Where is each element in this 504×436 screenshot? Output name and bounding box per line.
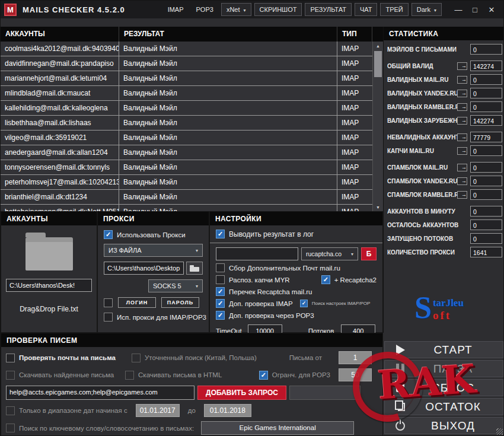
limit-pop3-input[interactable]: 50 bbox=[339, 368, 372, 381]
recaptcha2-checkbox[interactable] bbox=[321, 275, 330, 284]
table-row[interactable]: kallehilding@mail.dk:kalleoglenaВалидный… bbox=[1, 101, 372, 116]
close-button[interactable]: ✕ bbox=[483, 4, 500, 16]
table-row[interactable]: mariannehjort@mail.dk:letumi04Валидный М… bbox=[1, 71, 372, 86]
table-row[interactable]: lisbethhaa@mail.dk:lishaasВалидный МэйлI… bbox=[1, 116, 372, 131]
stat-label: ВАЛИДНЫХ YANDEX.RU bbox=[387, 90, 457, 97]
proxy-for-imap-pop3-checkbox[interactable] bbox=[104, 313, 113, 322]
export-icon[interactable] bbox=[457, 103, 467, 111]
table-row[interactable]: vilgeo@mail.dk:35919021Валидный МэйлIMAP bbox=[1, 131, 372, 145]
table-scrollbar[interactable]: ▲ ▼ bbox=[372, 42, 383, 211]
letters-from-input[interactable]: 1 bbox=[339, 351, 372, 364]
stat-row: СПАМБЛОК YANDEX.RU0 bbox=[387, 175, 502, 187]
log-output-checkbox[interactable] bbox=[216, 230, 225, 238]
imap-check-checkbox[interactable] bbox=[216, 299, 225, 308]
cell-result: Валидный Мэйл bbox=[119, 131, 337, 145]
date-range-checkbox[interactable] bbox=[6, 406, 15, 415]
table-row[interactable]: davidfinnegan@mail.dk:pandapisoВалидный … bbox=[1, 56, 372, 71]
imap-settings-search-checkbox[interactable] bbox=[300, 300, 308, 307]
stat-row: СПАМБЛОК RAMBLER.RU0 bbox=[387, 189, 502, 201]
export-icon[interactable] bbox=[457, 90, 467, 97]
export-icon[interactable] bbox=[457, 191, 467, 199]
recognize-captcha-checkbox[interactable] bbox=[216, 275, 225, 284]
stat-value: 142274 bbox=[470, 61, 502, 71]
pop3-check-checkbox[interactable] bbox=[216, 311, 225, 320]
rest-button[interactable]: ОСТАТОК bbox=[384, 398, 503, 415]
add-query-button[interactable]: ДОБАВИТЬ ЗАПРОС bbox=[197, 386, 286, 400]
table-row[interactable]: coolmasi4ka2012@mail.dk:94039403Валидный… bbox=[1, 42, 372, 56]
imap-check-label: Доп. проверка IMAP bbox=[229, 300, 293, 307]
table-row[interactable]: peterholmsvej17@mail.dk:10204213Валидный… bbox=[1, 175, 372, 190]
menu-result[interactable]: РЕЗУЛЬТАТ bbox=[305, 3, 351, 16]
pause-icon bbox=[393, 364, 408, 374]
scroll-down-icon[interactable]: ▼ bbox=[373, 203, 383, 211]
menu-xnet-dropdown[interactable]: xNet▾ bbox=[221, 3, 251, 16]
captcha-key-input[interactable] bbox=[216, 247, 298, 260]
export-icon[interactable] bbox=[457, 62, 467, 70]
menu-screenshot[interactable]: СКРИНШОТ bbox=[254, 3, 302, 16]
table-row[interactable]: brianthiel@mail.dk:dt1234Валидный МэйлIM… bbox=[1, 190, 372, 205]
proxy-login-field[interactable]: ЛОГИН bbox=[118, 297, 156, 308]
export-icon[interactable] bbox=[457, 117, 467, 125]
cell-account: kallehilding@mail.dk:kalleoglena bbox=[1, 101, 119, 115]
statistics-title: СТАТИСТИКА bbox=[384, 27, 504, 40]
limit-pop3-checkbox[interactable] bbox=[259, 371, 268, 380]
menu-pop3[interactable]: POP3 bbox=[192, 4, 218, 15]
query-extra-input[interactable] bbox=[289, 386, 361, 400]
browse-folder-button[interactable] bbox=[186, 262, 203, 275]
start-button[interactable]: СТАРТ bbox=[384, 341, 503, 358]
proxy-source-select[interactable]: ИЗ ФАЙЛА▾ bbox=[104, 244, 203, 257]
pause-button[interactable]: ПАУЗА bbox=[384, 360, 503, 377]
check-mail-checkbox[interactable] bbox=[6, 354, 15, 362]
download-html-checkbox[interactable] bbox=[125, 371, 134, 380]
proxy-type-select[interactable]: SOCKS 5▾ bbox=[148, 279, 203, 292]
export-icon[interactable] bbox=[457, 177, 467, 185]
column-header-accounts[interactable]: АККАУНТЫ bbox=[1, 27, 119, 42]
query-input[interactable]: help@accts.epicgames.com;help@epicgames.… bbox=[6, 386, 194, 400]
export-icon[interactable] bbox=[457, 133, 467, 141]
menu-chat[interactable]: ЧАТ bbox=[355, 3, 378, 16]
recheck-recaptcha-checkbox[interactable] bbox=[216, 287, 225, 296]
keyword-search-checkbox[interactable] bbox=[6, 424, 15, 432]
refined-search-checkbox[interactable] bbox=[132, 354, 141, 362]
exit-button[interactable]: ВЫХОД bbox=[384, 417, 503, 434]
stat-value: 0 bbox=[470, 206, 502, 217]
date-from-input[interactable]: 01.01.2017 bbox=[136, 404, 180, 417]
scroll-up-icon[interactable]: ▲ bbox=[373, 42, 383, 50]
menu-tray[interactable]: ТРЕЙ bbox=[380, 3, 408, 16]
cell-account: brianthiel@mail.dk:dt1234 bbox=[1, 190, 119, 204]
export-icon[interactable] bbox=[457, 76, 467, 84]
column-header-result[interactable]: РЕЗУЛЬТАТ bbox=[119, 27, 337, 42]
collect-extra-mail-checkbox[interactable] bbox=[216, 263, 225, 272]
menu-imap[interactable]: IMAP bbox=[163, 4, 189, 15]
date-to-input[interactable]: 01.01.2018 bbox=[204, 404, 251, 417]
recaptcha2-label: + Recaptcha2 bbox=[334, 276, 377, 284]
cell-type: IMAP bbox=[337, 205, 372, 211]
table-row[interactable]: tonnysoerensen@mail.dk:tonnylsВалидный М… bbox=[1, 160, 372, 175]
scrollbar-thumb[interactable] bbox=[374, 51, 382, 77]
stat-row: ВАЛИДНЫХ RAMBLER.RU0 bbox=[387, 101, 502, 113]
maximize-button[interactable]: □ bbox=[467, 4, 483, 16]
column-header-type[interactable]: ТИП bbox=[337, 27, 372, 42]
folder-icon[interactable] bbox=[25, 237, 73, 270]
proxy-file-path-input[interactable]: C:\Users\thanos\Desktop bbox=[104, 262, 184, 275]
captcha-service-select[interactable]: rucaptcha.co▾ bbox=[301, 247, 358, 260]
table-row[interactable]: mlindblad@mail.dk:maucatВалидный МэйлIMA… bbox=[1, 86, 372, 101]
export-icon[interactable] bbox=[457, 164, 467, 171]
resize-grip[interactable] bbox=[496, 428, 503, 435]
balance-button[interactable]: Б bbox=[361, 247, 377, 260]
download-letters-checkbox[interactable] bbox=[6, 371, 15, 380]
reset-button[interactable]: СБРОС bbox=[384, 379, 503, 396]
proxy-password-field[interactable]: ПАРОЛЬ bbox=[161, 297, 199, 308]
settings-panel-title: НАСТРОЙКИ bbox=[210, 212, 382, 225]
use-proxy-checkbox[interactable] bbox=[104, 230, 113, 239]
export-icon[interactable] bbox=[457, 147, 467, 155]
table-row[interactable]: anedergaard@mail.dk:allan1204Валидный Мэ… bbox=[1, 145, 372, 160]
minimize-button[interactable]: — bbox=[450, 4, 467, 16]
proxy-auth-checkbox[interactable] bbox=[104, 298, 113, 307]
date-to-label: до bbox=[188, 407, 196, 414]
accounts-file-path-input[interactable]: C:\Users\thanos\Desk! bbox=[6, 279, 92, 292]
date-range-label: Только в диапазоне дат начиная с bbox=[19, 407, 127, 414]
theme-dropdown[interactable]: Dark▾ bbox=[412, 3, 442, 16]
table-row[interactable]: betteheinemann@mail.dk:Nett M051Валидный… bbox=[1, 205, 372, 211]
keyword-input[interactable]: Epic Games International bbox=[201, 421, 354, 435]
